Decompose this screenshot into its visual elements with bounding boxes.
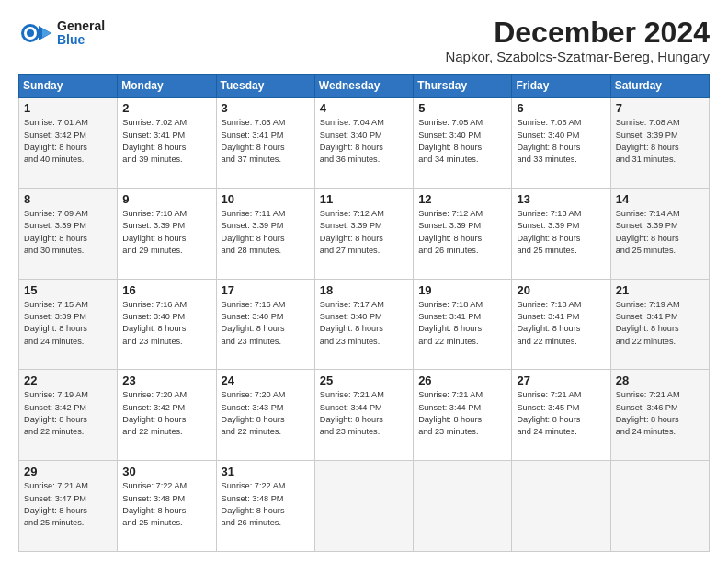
cell-details: Sunrise: 7:17 AMSunset: 3:40 PMDaylight:… [320, 299, 408, 348]
calendar-title: December 2024 [445, 17, 710, 49]
calendar-cell: 18Sunrise: 7:17 AMSunset: 3:40 PMDayligh… [314, 279, 413, 370]
day-number: 17 [222, 283, 310, 297]
day-number: 4 [320, 101, 408, 115]
calendar-body: 1Sunrise: 7:01 AMSunset: 3:42 PMDaylight… [19, 98, 710, 552]
day-number: 25 [320, 373, 408, 387]
day-number: 11 [320, 192, 408, 206]
day-number: 14 [616, 192, 704, 206]
day-number: 24 [222, 373, 310, 387]
calendar-cell: 14Sunrise: 7:14 AMSunset: 3:39 PMDayligh… [610, 188, 709, 279]
calendar-cell [610, 461, 709, 552]
cell-details: Sunrise: 7:03 AMSunset: 3:41 PMDaylight:… [222, 117, 310, 166]
logo: General Blue [18, 17, 105, 50]
cell-details: Sunrise: 7:12 AMSunset: 3:39 PMDaylight:… [418, 208, 506, 257]
cell-details: Sunrise: 7:18 AMSunset: 3:41 PMDaylight:… [517, 299, 605, 348]
calendar-cell: 15Sunrise: 7:15 AMSunset: 3:39 PMDayligh… [19, 279, 118, 370]
cell-details: Sunrise: 7:10 AMSunset: 3:39 PMDaylight:… [122, 208, 210, 257]
cell-details: Sunrise: 7:16 AMSunset: 3:40 PMDaylight:… [122, 299, 210, 348]
day-number: 31 [222, 465, 310, 478]
day-number: 3 [222, 101, 310, 115]
calendar-cell [414, 461, 512, 552]
day-number: 28 [616, 373, 704, 387]
cell-details: Sunrise: 7:09 AMSunset: 3:39 PMDaylight:… [24, 208, 112, 257]
calendar-week-row: 8Sunrise: 7:09 AMSunset: 3:39 PMDaylight… [19, 188, 710, 279]
calendar-cell: 30Sunrise: 7:22 AMSunset: 3:48 PMDayligh… [118, 461, 216, 552]
cell-details: Sunrise: 7:21 AMSunset: 3:47 PMDaylight:… [24, 480, 112, 529]
day-number: 10 [222, 192, 310, 206]
day-number: 7 [616, 101, 704, 115]
header: General Blue December 2024 Napkor, Szabo… [18, 17, 710, 64]
cell-details: Sunrise: 7:19 AMSunset: 3:41 PMDaylight:… [616, 299, 704, 348]
cell-details: Sunrise: 7:21 AMSunset: 3:45 PMDaylight:… [517, 389, 605, 438]
cell-details: Sunrise: 7:01 AMSunset: 3:42 PMDaylight:… [24, 117, 112, 166]
day-number: 21 [616, 283, 704, 297]
calendar-cell: 24Sunrise: 7:20 AMSunset: 3:43 PMDayligh… [216, 370, 314, 461]
calendar-cell: 19Sunrise: 7:18 AMSunset: 3:41 PMDayligh… [414, 279, 512, 370]
calendar-cell: 7Sunrise: 7:08 AMSunset: 3:39 PMDaylight… [610, 98, 709, 189]
calendar-subtitle: Napkor, Szabolcs-Szatmar-Bereg, Hungary [445, 49, 710, 64]
day-number: 23 [122, 373, 210, 387]
calendar-cell: 1Sunrise: 7:01 AMSunset: 3:42 PMDaylight… [19, 98, 118, 189]
cell-details: Sunrise: 7:22 AMSunset: 3:48 PMDaylight:… [222, 480, 310, 529]
calendar-page: General Blue December 2024 Napkor, Szabo… [0, 0, 728, 563]
calendar-week-row: 1Sunrise: 7:01 AMSunset: 3:42 PMDaylight… [19, 98, 710, 189]
day-number: 18 [320, 283, 408, 297]
logo-text: General Blue [57, 19, 105, 48]
weekday-header: Friday [512, 75, 610, 98]
cell-details: Sunrise: 7:18 AMSunset: 3:41 PMDaylight:… [418, 299, 506, 348]
cell-details: Sunrise: 7:04 AMSunset: 3:40 PMDaylight:… [320, 117, 408, 166]
day-number: 13 [517, 192, 605, 206]
calendar-cell: 26Sunrise: 7:21 AMSunset: 3:44 PMDayligh… [414, 370, 512, 461]
calendar-cell: 21Sunrise: 7:19 AMSunset: 3:41 PMDayligh… [610, 279, 709, 370]
calendar-table: SundayMondayTuesdayWednesdayThursdayFrid… [18, 74, 710, 552]
cell-details: Sunrise: 7:13 AMSunset: 3:39 PMDaylight:… [517, 208, 605, 257]
cell-details: Sunrise: 7:21 AMSunset: 3:44 PMDaylight:… [320, 389, 408, 438]
calendar-cell: 3Sunrise: 7:03 AMSunset: 3:41 PMDaylight… [216, 98, 314, 189]
day-number: 2 [122, 101, 210, 115]
calendar-week-row: 15Sunrise: 7:15 AMSunset: 3:39 PMDayligh… [19, 279, 710, 370]
weekday-header: Thursday [414, 75, 512, 98]
day-number: 6 [517, 101, 605, 115]
calendar-cell: 31Sunrise: 7:22 AMSunset: 3:48 PMDayligh… [216, 461, 314, 552]
weekday-header: Saturday [610, 75, 709, 98]
calendar-cell: 9Sunrise: 7:10 AMSunset: 3:39 PMDaylight… [118, 188, 216, 279]
calendar-cell: 10Sunrise: 7:11 AMSunset: 3:39 PMDayligh… [216, 188, 314, 279]
day-number: 15 [24, 283, 112, 297]
calendar-cell: 11Sunrise: 7:12 AMSunset: 3:39 PMDayligh… [314, 188, 413, 279]
cell-details: Sunrise: 7:16 AMSunset: 3:40 PMDaylight:… [222, 299, 310, 348]
day-number: 27 [517, 373, 605, 387]
cell-details: Sunrise: 7:21 AMSunset: 3:46 PMDaylight:… [616, 389, 704, 438]
logo-icon [18, 17, 51, 50]
calendar-cell: 8Sunrise: 7:09 AMSunset: 3:39 PMDaylight… [19, 188, 118, 279]
calendar-header: SundayMondayTuesdayWednesdayThursdayFrid… [19, 75, 710, 98]
cell-details: Sunrise: 7:15 AMSunset: 3:39 PMDaylight:… [24, 299, 112, 348]
calendar-week-row: 22Sunrise: 7:19 AMSunset: 3:42 PMDayligh… [19, 370, 710, 461]
calendar-cell [512, 461, 610, 552]
day-number: 9 [122, 192, 210, 206]
day-number: 29 [24, 465, 112, 478]
svg-point-2 [27, 29, 34, 37]
cell-details: Sunrise: 7:02 AMSunset: 3:41 PMDaylight:… [122, 117, 210, 166]
title-block: December 2024 Napkor, Szabolcs-Szatmar-B… [445, 17, 710, 64]
weekday-row: SundayMondayTuesdayWednesdayThursdayFrid… [19, 75, 710, 98]
calendar-cell [314, 461, 413, 552]
cell-details: Sunrise: 7:12 AMSunset: 3:39 PMDaylight:… [320, 208, 408, 257]
cell-details: Sunrise: 7:14 AMSunset: 3:39 PMDaylight:… [616, 208, 704, 257]
weekday-header: Sunday [19, 75, 118, 98]
day-number: 8 [24, 192, 112, 206]
calendar-cell: 13Sunrise: 7:13 AMSunset: 3:39 PMDayligh… [512, 188, 610, 279]
day-number: 26 [418, 373, 506, 387]
calendar-cell: 20Sunrise: 7:18 AMSunset: 3:41 PMDayligh… [512, 279, 610, 370]
calendar-cell: 25Sunrise: 7:21 AMSunset: 3:44 PMDayligh… [314, 370, 413, 461]
calendar-cell: 2Sunrise: 7:02 AMSunset: 3:41 PMDaylight… [118, 98, 216, 189]
calendar-cell: 27Sunrise: 7:21 AMSunset: 3:45 PMDayligh… [512, 370, 610, 461]
cell-details: Sunrise: 7:20 AMSunset: 3:42 PMDaylight:… [122, 389, 210, 438]
svg-marker-4 [42, 29, 51, 38]
day-number: 20 [517, 283, 605, 297]
day-number: 30 [122, 465, 210, 478]
calendar-cell: 6Sunrise: 7:06 AMSunset: 3:40 PMDaylight… [512, 98, 610, 189]
cell-details: Sunrise: 7:05 AMSunset: 3:40 PMDaylight:… [418, 117, 506, 166]
cell-details: Sunrise: 7:06 AMSunset: 3:40 PMDaylight:… [517, 117, 605, 166]
calendar-cell: 29Sunrise: 7:21 AMSunset: 3:47 PMDayligh… [19, 461, 118, 552]
calendar-cell: 16Sunrise: 7:16 AMSunset: 3:40 PMDayligh… [118, 279, 216, 370]
